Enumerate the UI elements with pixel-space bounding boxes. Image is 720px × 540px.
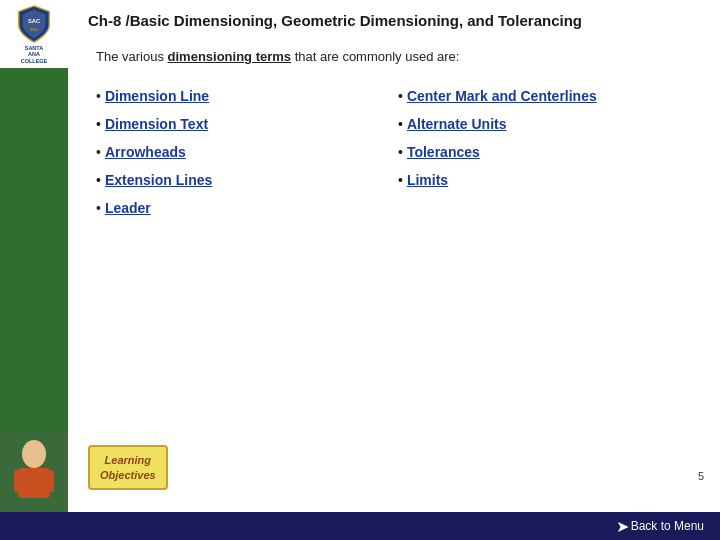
arrowheads-link[interactable]: Arrowheads [105, 144, 186, 160]
list-item: • Alternate Units [398, 110, 700, 138]
bullet-2: • [96, 116, 101, 132]
back-arrow-icon: ➤ [616, 517, 629, 536]
logo-area: SAC ENG SANTA ANA COLLEGE [0, 0, 68, 68]
list-item: • Limits [398, 166, 700, 194]
dimension-text-link[interactable]: Dimension Text [105, 116, 208, 132]
terms-grid: • Dimension Line • Dimension Text • Arro… [96, 82, 700, 222]
bottom-bar: ➤ Back to Menu [0, 512, 720, 540]
terms-left-col: • Dimension Line • Dimension Text • Arro… [96, 82, 398, 222]
svg-rect-6 [44, 470, 54, 492]
page-number: 5 [698, 470, 704, 482]
list-item: • Arrowheads [96, 138, 398, 166]
main-content: Ch-8 /Basic Dimensioning, Geometric Dime… [68, 0, 720, 512]
bullet-1: • [96, 88, 101, 104]
center-mark-link[interactable]: Center Mark and Centerlines [407, 88, 597, 104]
logo-text: SANTA ANA COLLEGE [21, 45, 48, 65]
extension-lines-link[interactable]: Extension Lines [105, 172, 212, 188]
intro-bold: dimensioning terms [168, 49, 292, 64]
intro-suffix: that are commonly used are: [291, 49, 459, 64]
bullet-5: • [96, 200, 101, 216]
svg-text:SAC: SAC [28, 18, 40, 24]
leader-link[interactable]: Leader [105, 200, 151, 216]
alternate-units-link[interactable]: Alternate Units [407, 116, 507, 132]
back-to-menu-link[interactable]: Back to Menu [631, 519, 704, 533]
svg-rect-5 [14, 470, 24, 492]
limits-link[interactable]: Limits [407, 172, 448, 188]
intro-prefix: The various [96, 49, 168, 64]
intro-text: The various dimensioning terms that are … [96, 49, 700, 64]
bullet-3: • [96, 144, 101, 160]
bullet-r3: • [398, 144, 403, 160]
bullet-r1: • [398, 88, 403, 104]
bullet-r2: • [398, 116, 403, 132]
list-item: • Dimension Line [96, 82, 398, 110]
logo-icon: SAC ENG [16, 4, 52, 44]
terms-right-col: • Center Mark and Centerlines • Alternat… [398, 82, 700, 222]
person-image [0, 432, 68, 512]
bullet-4: • [96, 172, 101, 188]
list-item: • Tolerances [398, 138, 700, 166]
tolerances-link[interactable]: Tolerances [407, 144, 480, 160]
dimension-line-link[interactable]: Dimension Line [105, 88, 209, 104]
learning-objectives-button[interactable]: Learning Objectives [88, 445, 168, 490]
page-title: Ch-8 /Basic Dimensioning, Geometric Dime… [88, 12, 700, 33]
bullet-r4: • [398, 172, 403, 188]
svg-text:ENG: ENG [30, 27, 38, 31]
svg-point-3 [22, 440, 46, 468]
list-item: • Center Mark and Centerlines [398, 82, 700, 110]
list-item: • Leader [96, 194, 398, 222]
list-item: • Extension Lines [96, 166, 398, 194]
list-item: • Dimension Text [96, 110, 398, 138]
